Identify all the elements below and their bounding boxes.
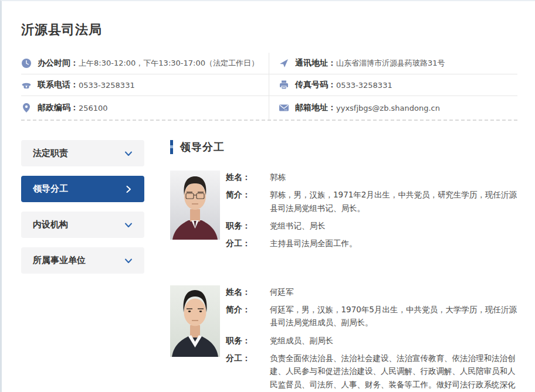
leader-fields: 姓名： 郭栋 简介： 郭栋，男，汉族，1971年2月出生，中共党员，研究生学历，…: [226, 171, 517, 255]
chevron-down-icon: [124, 257, 133, 265]
page-title: 沂源县司法局: [21, 21, 517, 39]
field-position-label: 职务：: [226, 219, 270, 232]
content-area: 法定职责 领导分工 内设机构 所属事业单位: [21, 140, 517, 392]
office-hours-value: 上午8:30-12:00，下午13:30-17:00（法定工作日）: [79, 58, 259, 69]
location-icon: [21, 103, 32, 113]
field-duty-label: 分工：: [226, 352, 270, 392]
field-duty-label: 分工：: [226, 237, 270, 250]
field-name-value: 郭栋: [270, 171, 517, 183]
field-intro-label: 简介：: [226, 303, 270, 329]
leader-profile: 姓名： 何廷军 简介： 何廷军，男，汉族，1970年5月出生，中共党员，大学学历…: [170, 285, 517, 392]
sidebar-item-label: 内设机构: [33, 219, 68, 230]
field-intro-value: 郭栋，男，汉族，1971年2月出生，中共党员，研究生学历，现任沂源县司法局党组书…: [270, 188, 517, 214]
phone-icon: [21, 80, 32, 90]
field-position-value: 党组成员、副局长: [270, 334, 517, 347]
postcode-label: 邮政编码：: [38, 103, 79, 113]
fax-icon: [279, 80, 289, 90]
sidebar-item-label: 领导分工: [33, 183, 68, 195]
field-duty: 分工： 负责全面依法治县、法治社会建设、法治宣传教育、依法治理和法治创建、人民参…: [226, 352, 517, 392]
email-label: 邮箱地址：: [295, 103, 336, 113]
contact-info-grid: 办公时间： 上午8:30-12:00，下午13:30-17:00（法定工作日） …: [21, 53, 517, 121]
sidebar-item-label: 法定职责: [33, 148, 68, 159]
section-title: 领导分工: [180, 140, 225, 154]
address-row: 通讯地址： 山东省淄博市沂源县药玻路31号: [269, 53, 517, 74]
sidebar-item-legal-duties[interactable]: 法定职责: [21, 140, 144, 166]
clock-icon: [21, 58, 32, 69]
chevron-down-icon: [124, 149, 133, 158]
chevron-right-icon: [124, 185, 133, 193]
field-position-value: 党组书记、局长: [270, 219, 517, 232]
field-duty-value: 主持县司法局全面工作。: [270, 237, 517, 250]
phone-value: 0533-3258331: [79, 81, 135, 90]
leader-photo: [170, 171, 220, 240]
phone-row: 联系电话： 0533-3258331: [21, 74, 269, 96]
fax-label: 传真号码：: [295, 80, 336, 90]
field-intro: 简介： 郭栋，男，汉族，1971年2月出生，中共党员，研究生学历，现任沂源县司法…: [226, 188, 517, 214]
sidebar-item-leadership[interactable]: 领导分工: [21, 176, 144, 202]
sidebar: 法定职责 领导分工 内设机构 所属事业单位: [21, 140, 144, 392]
office-hours-row: 办公时间： 上午8:30-12:00，下午13:30-17:00（法定工作日）: [21, 53, 269, 74]
leader-photo: [170, 285, 220, 357]
main-panel: 领导分工: [170, 140, 517, 392]
address-label: 通讯地址：: [295, 58, 336, 69]
section-bar-icon: [170, 140, 173, 154]
email-value: yyxsfjbgs@zb.shandong.cn: [336, 104, 440, 113]
office-hours-label: 办公时间：: [38, 58, 79, 69]
section-header: 领导分工: [170, 140, 517, 154]
field-name: 姓名： 何廷军: [226, 285, 517, 298]
field-position: 职务： 党组书记、局长: [226, 219, 517, 232]
field-intro-value: 何廷军，男，汉族，1970年5月出生，中共党员，大学学历，现任沂源县司法局党组成…: [270, 303, 517, 329]
field-name-label: 姓名：: [226, 285, 270, 298]
phone-label: 联系电话：: [38, 80, 79, 90]
address-value: 山东省淄博市沂源县药玻路31号: [336, 58, 445, 69]
email-row: 邮箱地址： yyxsfjbgs@zb.shandong.cn: [269, 96, 517, 120]
field-duty: 分工： 主持县司法局全面工作。: [226, 237, 517, 250]
fax-value: 0533-3258331: [336, 81, 392, 90]
field-name-value: 何廷军: [270, 285, 517, 298]
leader-profile: 姓名： 郭栋 简介： 郭栋，男，汉族，1971年2月出生，中共党员，研究生学历，…: [170, 171, 517, 255]
fax-row: 传真号码： 0533-3258331: [269, 74, 517, 96]
mail-icon: [279, 103, 289, 113]
field-position: 职务： 党组成员、副局长: [226, 334, 517, 347]
field-position-label: 职务：: [226, 334, 270, 347]
field-duty-value: 负责全面依法治县、法治社会建设、法治宣传教育、依法治理和法治创建、人民参与和促进…: [270, 352, 517, 392]
postcode-value: 256100: [79, 104, 108, 113]
field-intro: 简介： 何廷军，男，汉族，1970年5月出生，中共党员，大学学历，现任沂源县司法…: [226, 303, 517, 329]
navigation-icon: [279, 58, 289, 69]
field-name: 姓名： 郭栋: [226, 171, 517, 183]
leader-fields: 姓名： 何廷军 简介： 何廷军，男，汉族，1970年5月出生，中共党员，大学学历…: [226, 285, 517, 392]
page: 沂源县司法局 办公时间： 上午8:30-12:00，下午13:30-17:00（…: [2, 1, 535, 392]
chevron-down-icon: [124, 221, 133, 229]
postcode-row: 邮政编码： 256100: [21, 96, 269, 120]
field-intro-label: 简介：: [226, 188, 270, 214]
field-name-label: 姓名：: [226, 171, 270, 183]
sidebar-item-internal-orgs[interactable]: 内设机构: [21, 212, 144, 238]
sidebar-item-label: 所属事业单位: [33, 255, 86, 266]
sidebar-item-subordinate-units[interactable]: 所属事业单位: [21, 247, 144, 274]
